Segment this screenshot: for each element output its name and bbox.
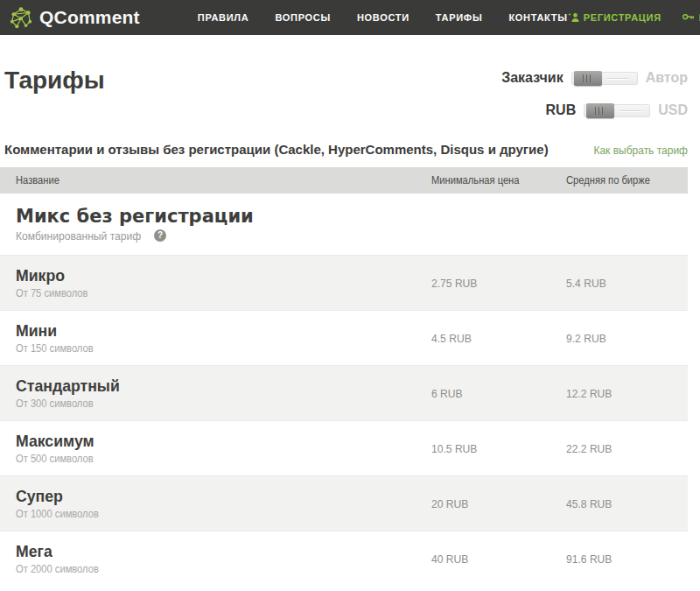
role-toggle-switch[interactable] bbox=[571, 72, 638, 85]
nav-item-contacts[interactable]: КОНТАКТЫ bbox=[508, 12, 567, 23]
tariff-name-cell: Мега От 2000 символов bbox=[0, 542, 429, 575]
column-header-name: Название bbox=[0, 174, 429, 186]
auth-nav: РЕГИСТРАЦИЯ ВХОД bbox=[568, 12, 700, 23]
tariff-name-cell: Максимум От 500 символов bbox=[0, 432, 429, 465]
currency-toggle-label-usd: USD bbox=[658, 102, 688, 118]
tariff-title: Стандартный bbox=[16, 376, 429, 396]
avg-price-cell: 91.6 RUB bbox=[564, 552, 688, 566]
toggle-handle[interactable] bbox=[586, 103, 614, 118]
avg-price-cell: 12.2 RUB bbox=[564, 387, 688, 400]
toggle-panel: Заказчик Автор RUB USD bbox=[501, 70, 688, 135]
tariff-subtitle: От 500 символов bbox=[16, 453, 429, 465]
min-price-cell: 2.75 RUB bbox=[429, 277, 564, 290]
tariff-subtitle: От 300 символов bbox=[16, 398, 429, 410]
min-price-cell: 10.5 RUB bbox=[429, 442, 564, 455]
min-price-cell: 6 RUB bbox=[429, 387, 564, 400]
network-logo-icon bbox=[9, 5, 33, 30]
brand-logo[interactable]: QComment bbox=[9, 5, 140, 30]
nav-item-tariffs[interactable]: ТАРИФЫ bbox=[436, 12, 483, 23]
avg-price-cell: 9.2 RUB bbox=[564, 332, 688, 345]
tariff-name-cell: Супер От 1000 символов bbox=[0, 487, 429, 520]
top-navigation-bar: QComment ПРАВИЛА ВОПРОСЫ НОВОСТИ ТАРИФЫ … bbox=[0, 0, 700, 35]
tariff-subtitle: От 2000 символов bbox=[16, 563, 429, 575]
min-price-cell: 20 RUB bbox=[429, 497, 564, 510]
register-link[interactable]: РЕГИСТРАЦИЯ bbox=[568, 12, 662, 23]
tariff-table: Название Минимальная цена Средняя по бир… bbox=[0, 167, 688, 586]
tariff-name-cell: Микс без регистрации Комбинированный тар… bbox=[0, 206, 429, 242]
table-row: Стандартный От 300 символов 6 RUB 12.2 R… bbox=[0, 365, 688, 420]
section-title: Комментарии и отзывы без регистрации (Ca… bbox=[4, 142, 549, 157]
brand-name: QComment bbox=[39, 7, 140, 28]
column-header-avg-price: Средняя по бирже bbox=[564, 174, 688, 186]
avg-price-cell: 22.2 RUB bbox=[564, 442, 688, 455]
currency-toggle-switch[interactable] bbox=[584, 104, 650, 117]
nav-item-news[interactable]: НОВОСТИ bbox=[357, 12, 410, 23]
role-toggle-row: Заказчик Автор bbox=[501, 70, 688, 86]
key-icon bbox=[682, 13, 695, 22]
section-heading-row: Комментарии и отзывы без регистрации (Ca… bbox=[4, 142, 688, 157]
tariff-title: Максимум bbox=[16, 432, 429, 451]
tariff-title: Мега bbox=[16, 542, 429, 561]
nav-item-questions[interactable]: ВОПРОСЫ bbox=[275, 12, 331, 23]
main-nav: ПРАВИЛА ВОПРОСЫ НОВОСТИ ТАРИФЫ КОНТАКТЫ bbox=[198, 12, 568, 23]
add-user-icon bbox=[568, 12, 579, 23]
table-row: Микро От 75 символов 2.75 RUB 5.4 RUB bbox=[0, 255, 688, 310]
avg-price-cell bbox=[564, 218, 688, 231]
tariff-title: Микс без регистрации bbox=[16, 206, 429, 227]
nav-item-rules[interactable]: ПРАВИЛА bbox=[198, 12, 249, 23]
avg-price-cell: 45.8 RUB bbox=[564, 497, 688, 510]
tariff-subtitle: От 1000 символов bbox=[16, 508, 429, 520]
tariff-subtitle: От 75 символов bbox=[16, 287, 429, 299]
currency-toggle-row: RUB USD bbox=[501, 102, 688, 118]
min-price-cell: 4.5 RUB bbox=[429, 332, 564, 345]
table-row: Мини От 150 символов 4.5 RUB 9.2 RUB bbox=[0, 310, 688, 365]
tariff-title: Микро bbox=[16, 266, 429, 285]
table-row: Мега От 2000 символов 40 RUB 91.6 RUB bbox=[0, 531, 688, 586]
avg-price-cell: 5.4 RUB bbox=[564, 277, 688, 290]
tariff-name-cell: Мини От 150 символов bbox=[0, 321, 429, 355]
role-toggle-label-author: Автор bbox=[646, 70, 688, 86]
column-header-min-price: Минимальная цена bbox=[429, 174, 564, 186]
currency-toggle-label-rub: RUB bbox=[546, 102, 577, 118]
table-row: Микс без регистрации Комбинированный тар… bbox=[0, 193, 688, 255]
tariff-name-cell: Микро От 75 символов bbox=[0, 266, 429, 299]
login-link[interactable]: ВХОД bbox=[682, 12, 700, 23]
role-toggle-label-customer: Заказчик bbox=[501, 70, 564, 86]
toggle-handle[interactable] bbox=[574, 71, 602, 86]
register-label: РЕГИСТРАЦИЯ bbox=[584, 12, 662, 23]
table-row: Максимум От 500 символов 10.5 RUB 22.2 R… bbox=[0, 420, 688, 475]
tariff-title: Мини bbox=[16, 321, 429, 341]
tariff-title: Супер bbox=[16, 487, 429, 506]
tariff-name-cell: Стандартный От 300 символов bbox=[0, 376, 429, 410]
table-header-row: Название Минимальная цена Средняя по бир… bbox=[0, 167, 688, 193]
table-row: Супер От 1000 символов 20 RUB 45.8 RUB bbox=[0, 475, 688, 531]
help-icon[interactable]: ? bbox=[154, 229, 166, 242]
tariff-subtitle: Комбинированный тариф ? bbox=[16, 229, 429, 243]
tariff-subtitle: От 150 символов bbox=[16, 342, 429, 355]
min-price-cell: 40 RUB bbox=[429, 552, 564, 566]
min-price-cell bbox=[429, 218, 564, 231]
how-to-choose-tariff-link[interactable]: Как выбрать тариф bbox=[593, 144, 688, 157]
